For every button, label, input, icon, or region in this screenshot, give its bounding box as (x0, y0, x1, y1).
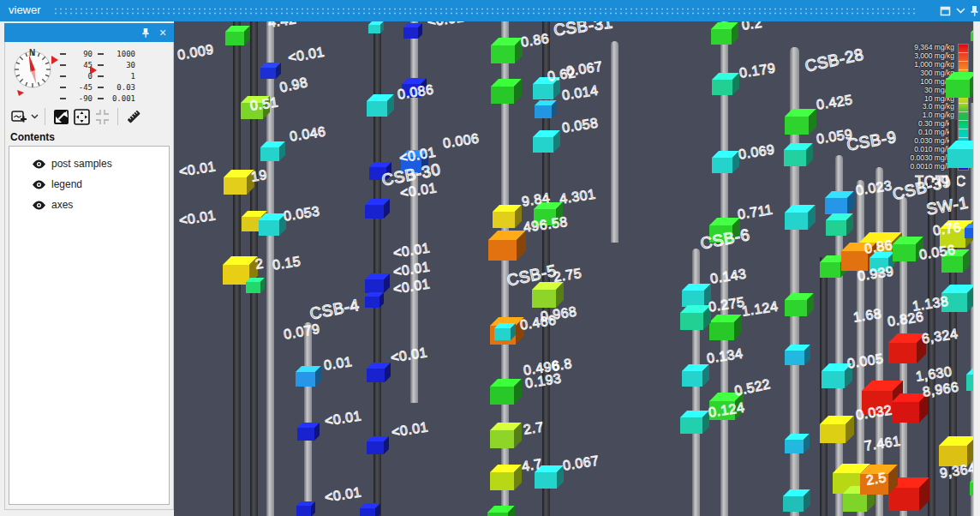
sample-cube (490, 465, 522, 490)
add-view-dropdown-chevron[interactable] (29, 106, 39, 127)
zoom-scale[interactable]: 10003010.030.001 (98, 48, 139, 104)
add-view-button[interactable] (9, 106, 29, 127)
sample-value-label: 0.046 (289, 124, 327, 143)
sample-cube (403, 23, 422, 39)
elevation-pointer[interactable] (51, 56, 58, 64)
sample-cube (826, 213, 853, 236)
sample-value-label: 0.98 (278, 75, 309, 95)
background-toggle-button[interactable] (51, 106, 71, 127)
sample-cube (712, 73, 739, 95)
contents-title: Contents (10, 131, 55, 143)
sample-cube (892, 393, 928, 423)
contents-list: post sampleslegendaxes (9, 146, 170, 505)
sample-value-label: 2 (254, 257, 265, 272)
sample-cube (785, 345, 810, 365)
contents-item-post-samples[interactable]: post samples (9, 153, 169, 174)
sample-value-label: 0.51 (249, 95, 279, 112)
sample-cube (785, 109, 816, 135)
window-title: viewer (9, 3, 41, 16)
sample-cube (888, 333, 926, 363)
compass[interactable] (7, 45, 58, 100)
sample-value-label: 0.522 (733, 377, 772, 398)
contents-item-label: post samples (51, 158, 112, 170)
panel-pin-icon[interactable] (138, 25, 153, 40)
sample-cube (825, 191, 854, 214)
sample-cube (487, 506, 515, 516)
sample-value-label: 2.75 (553, 267, 583, 285)
title-bar[interactable]: viewer (0, 0, 980, 21)
scale-tick: 0.001 (98, 93, 139, 104)
visibility-eye-icon[interactable] (32, 159, 46, 170)
sample-cube (490, 379, 522, 405)
well-name-label: CSB-4 (308, 297, 361, 322)
sample-value-label: 496.58 (523, 215, 569, 235)
viewport-3d[interactable]: 9,364 mg/kg3,000 mg/kg1,000 mg/kg300 mg/… (174, 21, 973, 516)
panel-header[interactable]: × (4, 23, 174, 42)
restore-window-icon[interactable] (937, 3, 953, 18)
sample-cube (785, 293, 814, 316)
sample-cube (365, 273, 390, 293)
sample-value-label: <0.01 (178, 159, 217, 179)
collapse-view-button[interactable] (92, 106, 112, 127)
sample-cube (367, 94, 394, 117)
zoom-pointer[interactable] (90, 66, 97, 75)
legend-entry: 0.10 mg/kg (910, 129, 954, 136)
fit-view-button[interactable] (71, 106, 92, 127)
visibility-eye-icon[interactable] (32, 179, 46, 190)
sample-cube (680, 411, 709, 434)
legend-entry: 9,364 mg/kg (910, 44, 954, 51)
sample-cube (490, 423, 522, 448)
sample-cube (784, 143, 813, 166)
sample-cube (246, 278, 265, 293)
contents-item-legend[interactable]: legend (9, 174, 169, 195)
sample-cube (296, 501, 315, 516)
sample-cube (367, 363, 391, 382)
scale-tick: -45 (60, 81, 96, 93)
sample-cube (682, 284, 711, 307)
sample-value-label: 0.179 (738, 61, 777, 80)
sample-value-label: 0.466 (519, 313, 558, 332)
visibility-eye-icon[interactable] (32, 200, 46, 211)
scale-tick: -90 (60, 93, 96, 104)
panel-toolbar (9, 105, 171, 128)
elevation-scale[interactable]: 90450-45-90 (60, 48, 96, 104)
sample-value-label: 0.01 (323, 355, 353, 373)
viewer-side-panel: × N 90 (4, 23, 174, 510)
sample-cube (711, 22, 738, 45)
sample-value-label: <0.01 (392, 241, 431, 261)
sample-cube (296, 366, 321, 387)
sample-cube (682, 364, 709, 387)
sample-cube (965, 224, 973, 238)
pin-icon[interactable] (966, 3, 980, 18)
sample-cube (680, 305, 711, 330)
sample-value-label: 0.067 (562, 453, 601, 472)
legend-entry: 0.30 mg/kg (910, 120, 954, 128)
sample-value-label: <0.01 (287, 45, 326, 65)
sample-value-label: 19 (250, 168, 268, 184)
sample-value-label: 0.275 (708, 295, 746, 314)
sample-value-label: 7.461 (863, 434, 902, 453)
measure-button[interactable] (123, 106, 144, 127)
sample-value-label: 0.425 (816, 93, 854, 111)
sample-value-label: 0.067 (565, 59, 604, 78)
panel-close-icon[interactable]: × (155, 25, 170, 40)
scale-tick: 1 (98, 70, 139, 81)
sample-value-label: 0.009 (176, 43, 215, 63)
sample-value-label: <0.01 (427, 21, 465, 29)
sample-cube (785, 205, 816, 230)
sample-cube (260, 141, 285, 161)
sample-cube (820, 416, 854, 443)
sample-value-label: 0.014 (561, 83, 600, 102)
sample-cube (946, 72, 973, 98)
sample-cube (709, 315, 742, 340)
sample-cube (712, 151, 739, 173)
sample-cube (785, 434, 810, 453)
sample-cube (365, 199, 390, 219)
sample-value-label: 4.301 (559, 187, 597, 206)
sample-value-label: 4.42 (267, 21, 297, 30)
sample-value-label: 0.069 (738, 142, 776, 161)
window-edge (973, 21, 980, 516)
sample-value-label: <0.01 (392, 277, 431, 297)
contents-item-axes[interactable]: axes (9, 195, 169, 215)
sample-cube (360, 503, 380, 516)
